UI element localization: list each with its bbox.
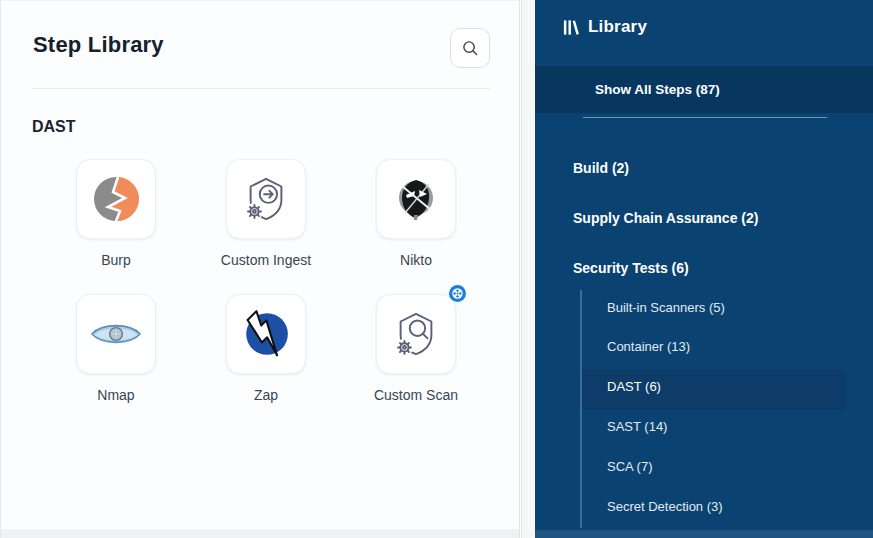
panel-bottom-strip bbox=[1, 529, 519, 538]
step-card-tile bbox=[226, 294, 306, 374]
shield-magnifier-gear-icon bbox=[391, 309, 441, 359]
step-card-label: Nikto bbox=[336, 252, 496, 268]
step-card-label: Burp bbox=[36, 252, 196, 268]
subcategory-built-in-scanners[interactable]: Built-in Scanners (5) bbox=[607, 299, 725, 317]
zap-lightning-logo-icon bbox=[241, 309, 291, 359]
subcategory-secret-detection[interactable]: Secret Detection (3) bbox=[607, 498, 723, 516]
sidebar-header: Library bbox=[562, 17, 647, 37]
show-all-divider bbox=[583, 117, 827, 118]
step-card-custom-ingest[interactable]: Custom Ingest bbox=[186, 159, 346, 268]
show-all-steps-button[interactable]: Show All Steps (87) bbox=[535, 66, 873, 113]
subcategory-dast[interactable]: DAST (6) bbox=[607, 378, 661, 396]
step-card-zap[interactable]: Zap bbox=[186, 294, 346, 403]
step-card-nikto[interactable]: Nikto bbox=[336, 159, 496, 268]
shield-arrow-gear-icon bbox=[241, 174, 291, 224]
library-sidebar: Library Show All Steps (87) Build (2) Su… bbox=[535, 0, 873, 538]
wheel-badge-icon bbox=[449, 285, 466, 302]
step-card-tile bbox=[76, 294, 156, 374]
search-icon bbox=[461, 39, 479, 57]
search-button[interactable] bbox=[450, 28, 490, 68]
sidebar-title: Library bbox=[588, 17, 647, 37]
sidebar-bottom-strip bbox=[535, 530, 873, 538]
step-card-tile bbox=[226, 159, 306, 239]
step-library-panel: Step Library DAST Burp bbox=[0, 0, 520, 538]
header-divider bbox=[31, 88, 490, 89]
step-library-screen: Step Library DAST Burp bbox=[0, 0, 873, 538]
step-card-label: Custom Ingest bbox=[186, 252, 346, 268]
step-card-tile bbox=[376, 294, 456, 374]
nikto-logo-icon bbox=[394, 177, 438, 221]
step-card-label: Zap bbox=[186, 387, 346, 403]
category-security-tests[interactable]: Security Tests (6) bbox=[573, 259, 689, 277]
step-card-custom-scan[interactable]: Custom Scan bbox=[336, 294, 496, 403]
page-title: Step Library bbox=[33, 32, 164, 58]
category-supply-chain-assurance[interactable]: Supply Chain Assurance (2) bbox=[573, 209, 758, 227]
library-books-icon bbox=[562, 18, 581, 37]
panel-gutter bbox=[521, 0, 535, 538]
nmap-eye-logo-icon bbox=[90, 318, 142, 350]
subcategory-sast[interactable]: SAST (14) bbox=[607, 418, 667, 436]
step-card-tile bbox=[376, 159, 456, 239]
section-title-dast: DAST bbox=[32, 118, 76, 136]
burp-logo-icon bbox=[92, 175, 140, 223]
step-card-label: Custom Scan bbox=[336, 387, 496, 403]
subcategory-sca[interactable]: SCA (7) bbox=[607, 458, 653, 476]
step-card-nmap[interactable]: Nmap bbox=[36, 294, 196, 403]
category-build[interactable]: Build (2) bbox=[573, 159, 629, 177]
step-card-burp[interactable]: Burp bbox=[36, 159, 196, 268]
step-card-tile bbox=[76, 159, 156, 239]
step-card-label: Nmap bbox=[36, 387, 196, 403]
subcategory-container[interactable]: Container (13) bbox=[607, 338, 690, 356]
